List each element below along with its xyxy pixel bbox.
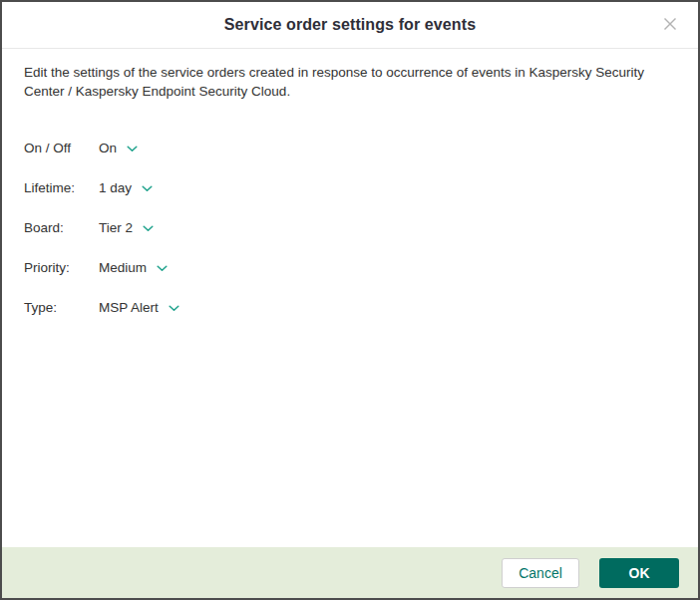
field-row: Type: MSP Alert [24, 297, 676, 317]
dialog-body: Edit the settings of the service orders … [2, 49, 698, 547]
field-row: Lifetime: 1 day [24, 177, 676, 197]
field-dropdown-onoff[interactable]: On [99, 141, 138, 155]
field-row: Board: Tier 2 [24, 217, 676, 237]
chevron-down-icon [142, 185, 153, 192]
field-dropdown-priority[interactable]: Medium [99, 260, 168, 275]
chevron-down-icon [169, 305, 179, 312]
close-button[interactable] [656, 11, 684, 39]
dialog-title: Service order settings for events [224, 16, 476, 34]
chevron-down-icon [127, 146, 138, 152]
field-value: Tier 2 [99, 220, 133, 235]
field-row: Priority: Medium [24, 257, 676, 277]
dialog-footer: Cancel OK [2, 547, 698, 598]
close-icon [663, 17, 677, 34]
field-value: Medium [99, 260, 147, 275]
field-label: Priority: [24, 260, 99, 275]
field-label: Lifetime: [24, 180, 99, 195]
field-label: On / Off [24, 141, 99, 155]
service-order-settings-dialog: Service order settings for events Edit t… [0, 0, 700, 600]
field-value: On [99, 141, 117, 155]
field-dropdown-type[interactable]: MSP Alert [99, 300, 179, 315]
field-label: Board: [24, 220, 99, 235]
field-dropdown-lifetime[interactable]: 1 day [99, 180, 153, 195]
field-value: MSP Alert [99, 300, 159, 315]
field-dropdown-board[interactable]: Tier 2 [99, 220, 154, 235]
ok-button[interactable]: OK [599, 558, 679, 588]
cancel-button[interactable]: Cancel [502, 558, 579, 588]
chevron-down-icon [157, 265, 168, 272]
field-row: On / Off On [24, 138, 676, 157]
field-label: Type: [24, 300, 99, 315]
dialog-description: Edit the settings of the service orders … [24, 63, 676, 101]
dialog-header: Service order settings for events [2, 2, 698, 49]
chevron-down-icon [143, 225, 154, 232]
field-value: 1 day [99, 180, 132, 195]
fields: On / Off On Lifetime: 1 day Board: Tier … [24, 138, 676, 317]
